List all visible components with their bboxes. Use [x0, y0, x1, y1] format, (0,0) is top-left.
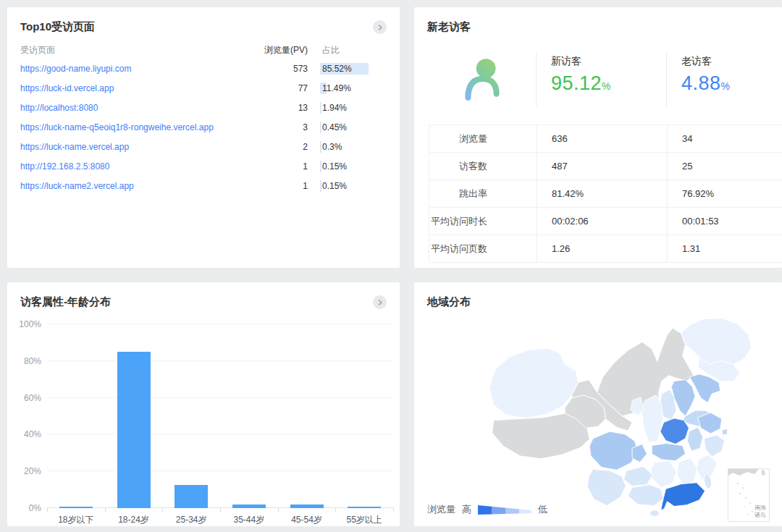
table-row: https://luck-name-q5eoiq1r8-rongweihe.ve… — [20, 117, 387, 137]
top-pages-panel: Top10受访页面 受访页面 浏览量(PV) 占比 https://good-n… — [7, 7, 400, 268]
region-panel: 地域分布 浏览量 高 — [414, 282, 782, 526]
province-guizhou[interactable] — [623, 466, 652, 486]
page-link[interactable]: http://localhost:8080 — [20, 103, 257, 113]
legend-high-label: 高 — [462, 503, 471, 516]
age-panel-more-button[interactable] — [373, 295, 387, 309]
province-henan[interactable] — [660, 418, 689, 444]
metric-row: 平均访问页数 1.26 1.31 — [429, 235, 782, 263]
metric-label: 平均访问页数 — [429, 242, 537, 256]
page-pv: 1 — [257, 181, 308, 191]
x-axis-tick — [393, 508, 394, 512]
bar-slot: 25-34岁 — [162, 324, 220, 508]
age-bar-18-24岁[interactable] — [117, 352, 151, 508]
page-link[interactable]: https://luck-id.vercel.app — [20, 83, 257, 93]
age-chart-bars: 18岁以下18-24岁25-34岁35-44岁45-54岁55岁以上 — [47, 324, 393, 508]
y-axis-tick-label: 20% — [11, 466, 41, 476]
page-link[interactable]: http://192.168.2.5:8080 — [20, 161, 257, 172]
province-hongkong[interactable] — [691, 507, 694, 509]
visitors-panel: 新老访客 新访客 95.12% 老访客 — [414, 7, 782, 268]
visitors-summary: 新访客 95.12% 老访客 4.88% — [429, 52, 782, 107]
legend-low-label: 低 — [538, 503, 547, 516]
bar-slot: 18岁以下 — [47, 324, 105, 508]
age-bar-18岁以下[interactable] — [59, 507, 93, 508]
page-pv: 13 — [257, 103, 308, 113]
page-link[interactable]: https://luck-name-q5eoiq1r8-rongweihe.ve… — [20, 122, 257, 132]
province-guangdong[interactable] — [661, 483, 705, 511]
page-ratio: 0.15% — [322, 161, 387, 172]
table-row: https://luck-name.vercel.app 2 0.3% — [20, 137, 387, 156]
x-axis-category-label: 35-44岁 — [220, 514, 278, 526]
age-bar-35-44岁[interactable] — [232, 504, 266, 508]
page-pv: 77 — [257, 83, 308, 93]
metric-new-value: 487 — [537, 153, 667, 180]
x-axis-category-label: 25-34岁 — [162, 514, 220, 526]
province-jiangxi[interactable] — [677, 458, 697, 486]
old-visitors-label: 老访客 — [681, 55, 782, 68]
metric-old-value: 25 — [667, 153, 782, 180]
page-pv: 3 — [257, 122, 308, 132]
top-pages-more-button[interactable] — [373, 20, 387, 34]
page-link[interactable]: https://luck-name.vercel.app — [20, 142, 257, 152]
y-axis-tick-label: 60% — [11, 393, 41, 403]
table-row: https://luck-id.vercel.app 77 11.49% — [20, 78, 387, 98]
metric-row: 平均访问时长 00:02:06 00:01:53 — [429, 208, 782, 235]
age-bar-45-54岁[interactable] — [290, 504, 324, 508]
top-pages-rows: https://good-name.liyupi.com 573 85.52% … — [20, 59, 387, 195]
province-hunan[interactable] — [651, 461, 676, 488]
new-visitors-label: 新访客 — [551, 55, 666, 68]
age-bar-25-34岁[interactable] — [175, 485, 208, 508]
province-sichuan[interactable] — [589, 431, 638, 470]
metric-new-value: 81.42% — [537, 180, 667, 207]
age-chart: 0%20%40%60%80%100% 18岁以下18-24岁25-34岁35-4… — [47, 324, 393, 508]
table-row: https://good-name.liyupi.com 573 85.52% — [20, 59, 387, 78]
page-ratio-text: 1.94% — [322, 103, 347, 113]
x-axis-tick — [47, 508, 48, 512]
metric-new-value: 00:02:06 — [537, 208, 667, 235]
province-yunnan[interactable] — [587, 469, 626, 505]
province-hubei[interactable] — [652, 444, 685, 461]
age-bar-55岁以上[interactable] — [348, 507, 381, 508]
column-header-ratio: 占比 — [322, 44, 387, 56]
metric-label: 平均访问时长 — [429, 215, 537, 228]
page-ratio: 0.15% — [322, 181, 387, 191]
table-row: https://luck-name2.vercel.app 1 0.15% — [20, 176, 387, 195]
old-visitors-block: 老访客 4.88% — [666, 52, 782, 107]
old-visitors-value: 4.88% — [681, 72, 782, 95]
province-heilongjiang[interactable] — [681, 318, 752, 365]
chevron-right-icon — [376, 298, 384, 307]
y-axis-tick-label: 40% — [11, 429, 41, 439]
province-xizang[interactable] — [492, 413, 589, 459]
page-link[interactable]: https://good-name.liyupi.com — [20, 64, 257, 74]
province-shaanxi[interactable] — [642, 395, 663, 443]
metric-label: 浏览量 — [429, 132, 537, 145]
page-pv: 573 — [257, 64, 308, 74]
province-shanghai[interactable] — [722, 428, 728, 435]
x-axis-category-label: 45-54岁 — [278, 514, 336, 526]
top-pages-table: 受访页面 浏览量(PV) 占比 https://good-name.liyupi… — [7, 41, 400, 195]
province-guangxi[interactable] — [628, 485, 663, 506]
province-zhejiang[interactable] — [705, 435, 725, 457]
south-china-sea-inset: 南海 诸岛 — [728, 468, 770, 522]
table-row: http://192.168.2.5:8080 1 0.15% — [20, 156, 387, 176]
metric-old-value: 76.92% — [667, 180, 782, 207]
page-pv: 2 — [257, 142, 308, 152]
legend-wedge-seg — [492, 504, 505, 515]
bar-slot: 45-54岁 — [278, 324, 336, 508]
page-ratio-bar — [320, 141, 321, 153]
inset-label: 南海 诸岛 — [754, 504, 766, 519]
visitors-title: 新老访客 — [427, 20, 471, 34]
province-jiangsu[interactable] — [698, 413, 722, 434]
page-ratio-text: 0.3% — [322, 142, 342, 152]
province-anhui[interactable] — [687, 427, 702, 451]
page-link[interactable]: https://luck-name2.vercel.app — [20, 181, 257, 191]
page-ratio-text: 85.52% — [322, 64, 352, 74]
top-pages-title: Top10受访页面 — [20, 20, 95, 34]
page-ratio: 1.94% — [322, 103, 387, 113]
province-hainan[interactable] — [650, 510, 660, 517]
new-visitors-number: 95.12 — [551, 72, 602, 94]
page-ratio-bar — [320, 161, 321, 172]
bar-slot: 55岁以上 — [335, 324, 393, 508]
province-macau[interactable] — [686, 508, 688, 510]
legend-wedge-seg — [519, 504, 531, 515]
page-ratio-bar — [320, 102, 321, 114]
